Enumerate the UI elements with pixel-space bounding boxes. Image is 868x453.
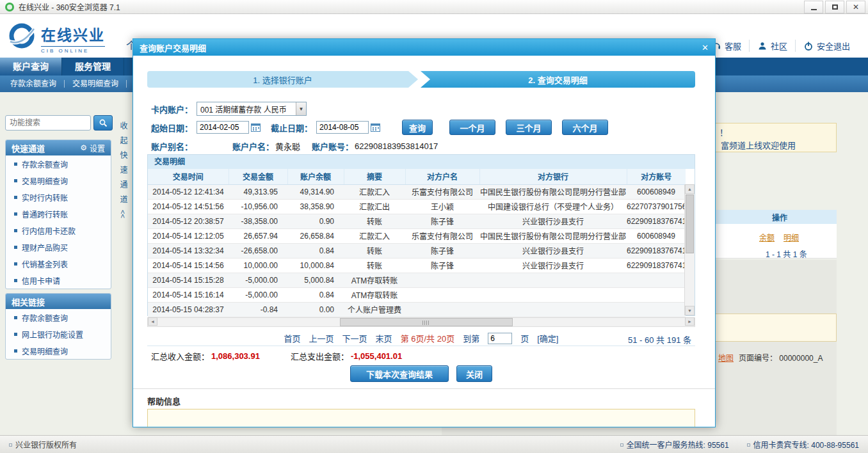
tab-service-management[interactable]: 服务管理 <box>62 58 124 76</box>
related-link-ebank-settings[interactable]: 网上银行功能设置 <box>6 326 111 342</box>
close-dialog-button[interactable]: 关闭 <box>456 365 492 382</box>
col-header-summary[interactable]: 摘要 <box>344 169 405 184</box>
prev-page-link[interactable]: 上一页 <box>309 332 334 344</box>
transaction-row[interactable]: 2014-05-14 13:32:34-26,658.000.84转账陈子锋兴业… <box>148 243 686 258</box>
logo-text: 在线兴业 CIB ONLINE <box>41 23 105 54</box>
square-bullet-icon <box>9 443 12 447</box>
modal-close-icon[interactable]: ✕ <box>702 43 709 52</box>
sidebar-item-deposit-balance[interactable]: 存款余额查询 <box>6 155 111 172</box>
related-link-transaction-detail[interactable]: 交易明细查询 <box>6 342 111 359</box>
sidebar-item-transaction-detail[interactable]: 交易明细查询 <box>6 172 111 189</box>
transaction-row[interactable]: 2014-05-14 12:12:0526,657.9426,658.84汇款汇… <box>148 228 686 243</box>
sidebar-item-fund-list[interactable]: 代销基金列表 <box>6 255 111 272</box>
transaction-cell: 中国建设银行总行（不受理个人业务） <box>479 199 627 214</box>
tab-account-query[interactable]: 账户查询 <box>0 58 62 76</box>
download-results-button[interactable]: 下载本次查询结果 <box>350 365 449 382</box>
transaction-row[interactable]: 2014-05-12 20:38:57-38,358.000.90转账陈子锋兴业… <box>148 214 686 228</box>
end-date-calendar-button[interactable] <box>371 123 380 132</box>
minimize-button[interactable] <box>804 1 823 13</box>
community-link[interactable]: 社区 <box>749 40 795 52</box>
related-link-deposit-balance[interactable]: 存款余额查询 <box>6 309 111 326</box>
quick-channel-panel: 快速通道 ⚙ 设置 存款余额查询 交易明细查询 实时行内转账 普通跨行转账 行内… <box>5 139 111 289</box>
col-header-time[interactable]: 交易时间 <box>148 169 229 184</box>
col-header-balance[interactable]: 账户余额 <box>287 169 344 184</box>
goto-confirm-link[interactable]: [确定] <box>537 332 558 344</box>
detail-link[interactable]: 明细 <box>784 232 799 242</box>
scroll-up-icon[interactable]: ▲ <box>685 184 695 194</box>
scroll-down-icon[interactable]: ▼ <box>685 306 695 315</box>
account-select-row: 卡内账户： 001 活期储蓄存款 人民币 ▼ <box>151 102 307 116</box>
query-button[interactable]: 查询 <box>402 120 433 135</box>
transaction-row[interactable]: 2014-05-12 12:41:3449,313.9549,314.90汇款汇… <box>148 184 686 199</box>
close-window-button[interactable]: ✕ <box>846 1 865 13</box>
transaction-row[interactable]: 2014-05-14 15:14:5610,000.0010,000.84转账陈… <box>148 258 686 273</box>
transaction-row[interactable]: 2014-05-15 04:28:37-0.840.00个人账户管理费 <box>148 302 686 317</box>
start-date-calendar-button[interactable] <box>251 123 261 132</box>
chevron-down-icon: ▼ <box>296 102 306 115</box>
six-month-button[interactable]: 六个月 <box>562 120 608 135</box>
scroll-left-icon[interactable]: ◄ <box>148 317 157 326</box>
horizontal-scrollbar[interactable]: ◄ ► <box>147 317 695 327</box>
account-info-row: 账户别名： 账户户名： 黄永聪 账户账号： 622908183953814017 <box>151 140 438 152</box>
sidebar-item-interbank-transfer[interactable]: 普通跨行转账 <box>6 205 111 222</box>
sidebar-item-creditcard-apply[interactable]: 信用卡申请 <box>6 272 111 289</box>
modal-header[interactable]: 查询账户交易明细 ✕ <box>133 39 715 56</box>
customer-service-label: 客服 <box>725 40 741 52</box>
transaction-row[interactable]: 2014-05-14 15:15:28-5,000.005,000.84ATM存… <box>148 273 686 287</box>
search-button[interactable] <box>93 115 113 131</box>
search-input[interactable] <box>5 115 91 131</box>
account-number-value: 622908183953814017 <box>355 141 438 151</box>
transaction-cell: 622909183767411411 <box>627 214 686 228</box>
subnav-deposit-balance[interactable]: 存款余额查询 <box>3 76 64 92</box>
transaction-cell: 兴业银行沙县支行 <box>479 258 627 273</box>
col-header-counterparty-account[interactable]: 对方账号 <box>627 169 686 184</box>
quick-settings-button[interactable]: ⚙ 设置 <box>80 143 105 154</box>
three-month-button[interactable]: 三个月 <box>506 120 552 135</box>
sidebar-item-creditcard-repay[interactable]: 行内信用卡还款 <box>6 222 111 239</box>
transaction-cell: 陈子锋 <box>405 258 479 273</box>
balance-link[interactable]: 余额 <box>759 232 775 242</box>
sitemap-link[interactable]: 地图 <box>718 352 734 363</box>
step-select-account: 1. 选择银行账户 <box>147 71 418 88</box>
table-section-title: 交易明细 <box>148 155 695 169</box>
bullet-icon <box>14 333 17 336</box>
transaction-cell: 622909183767411411 <box>627 258 686 273</box>
col-header-counterparty-bank[interactable]: 对方银行 <box>479 169 627 184</box>
end-date-input[interactable] <box>316 121 369 134</box>
footer-right: 全国统一客户服务热线: 95561 信用卡贵宾专线: 400-88-95561 <box>620 439 859 450</box>
first-page-link[interactable]: 首页 <box>284 332 301 344</box>
col-header-counterparty-name[interactable]: 对方户名 <box>405 169 479 184</box>
goto-page-input[interactable] <box>488 333 512 344</box>
account-select[interactable]: 001 活期储蓄存款 人民币 ▼ <box>197 102 307 116</box>
bullet-icon <box>14 349 17 353</box>
table-header-row: 交易时间 交易金额 账户余额 摘要 对方户名 对方银行 对方账号 <box>148 169 686 184</box>
date-range-row: 起始日期： 截止日期： 查询 一个月 三个月 六个月 <box>151 120 608 135</box>
transaction-cell: 0.90 <box>287 214 344 228</box>
col-header-amount[interactable]: 交易金额 <box>229 169 287 184</box>
start-date-input[interactable] <box>197 121 249 134</box>
one-month-button[interactable]: 一个月 <box>449 120 495 135</box>
vertical-scrollbar-thumb[interactable] <box>686 195 694 253</box>
header-links: 客服 社区 安全退出 <box>703 40 858 52</box>
vertical-scrollbar[interactable]: ▲ ▼ <box>684 184 695 315</box>
maximize-button[interactable] <box>825 1 844 13</box>
scroll-right-icon[interactable]: ► <box>685 317 695 326</box>
transaction-row[interactable]: 2014-05-14 15:16:14-5,000.000.84ATM存取转账 <box>148 287 686 302</box>
transaction-cell: 10,000.84 <box>287 258 344 273</box>
last-page-link[interactable]: 末页 <box>376 332 392 344</box>
transaction-cell: -5,000.00 <box>229 287 287 302</box>
sidebar-item-wealth-product[interactable]: 理财产品购买 <box>6 239 111 255</box>
next-page-link[interactable]: 下一页 <box>342 332 367 344</box>
safe-logout-link[interactable]: 安全退出 <box>795 40 858 52</box>
horizontal-scrollbar-thumb[interactable] <box>340 318 513 326</box>
collapse-quick-channel-strip[interactable]: 收起快速通道<< <box>116 122 129 218</box>
subnav-transaction-detail[interactable]: 交易明细查询 <box>65 76 126 92</box>
transaction-cell: 汇款汇入 <box>344 228 405 243</box>
square-bullet-icon <box>620 443 623 447</box>
account-select-value: 001 活期储蓄存款 人民币 <box>197 104 296 115</box>
transaction-row[interactable]: 2014-05-12 14:51:56-10,956.0038,358.90汇款… <box>148 199 686 214</box>
bullet-icon <box>14 246 17 249</box>
bullet-icon <box>14 279 17 282</box>
sidebar-item-realtime-transfer[interactable]: 实时行内转账 <box>6 189 111 205</box>
transaction-cell: 陈子锋 <box>405 214 479 228</box>
